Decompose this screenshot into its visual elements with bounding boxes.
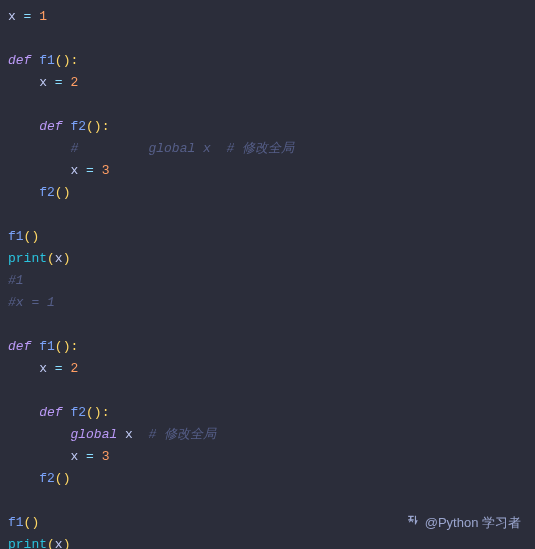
code-line-12: print(x) [8, 248, 527, 270]
code-line-13: #1 [8, 270, 527, 292]
paren-open: ( [47, 251, 55, 266]
function-call: f1 [8, 515, 24, 530]
code-line-blank [8, 94, 527, 116]
argument: x [55, 251, 63, 266]
code-line-9: f2() [8, 182, 527, 204]
variable: x [8, 9, 16, 24]
parentheses: (): [55, 53, 78, 68]
operator: = [78, 449, 101, 464]
function-name: f1 [39, 339, 55, 354]
keyword-def: def [8, 339, 39, 354]
number: 2 [70, 361, 78, 376]
code-line-21: x = 3 [8, 446, 527, 468]
function-call: f2 [39, 185, 55, 200]
parentheses: () [24, 515, 40, 530]
number: 3 [102, 163, 110, 178]
code-line-blank [8, 28, 527, 50]
code-line-14: #x = 1 [8, 292, 527, 314]
code-line-blank [8, 380, 527, 402]
comment: #x = 1 [8, 295, 55, 310]
code-line-4: x = 2 [8, 72, 527, 94]
code-line-17: x = 2 [8, 358, 527, 380]
operator: = [47, 75, 70, 90]
paren-close: ) [63, 537, 71, 549]
operator: = [47, 361, 70, 376]
watermark: @Python 学习者 [407, 512, 521, 535]
parentheses: (): [55, 339, 78, 354]
code-line-20: global x # 修改全局 [8, 424, 527, 446]
code-line-8: x = 3 [8, 160, 527, 182]
function-name: f1 [39, 53, 55, 68]
code-line-7: # global x # 修改全局 [8, 138, 527, 160]
comment: # global x # 修改全局 [70, 141, 294, 156]
builtin-function: print [8, 251, 47, 266]
code-line-11: f1() [8, 226, 527, 248]
variable: x [125, 427, 133, 442]
function-call: f2 [39, 471, 55, 486]
paren-close: ) [63, 251, 71, 266]
code-line-22: f2() [8, 468, 527, 490]
zhihu-icon [407, 513, 421, 535]
operator: = [16, 9, 39, 24]
code-line-blank [8, 314, 527, 336]
keyword-global: global [70, 427, 125, 442]
parentheses: (): [86, 405, 109, 420]
keyword-def: def [39, 119, 70, 134]
function-call: f1 [8, 229, 24, 244]
code-line-1: x = 1 [8, 6, 527, 28]
code-line-25: print(x) [8, 534, 527, 549]
code-line-16: def f1(): [8, 336, 527, 358]
number: 2 [70, 75, 78, 90]
variable: x [39, 361, 47, 376]
parentheses: () [55, 185, 71, 200]
parentheses: (): [86, 119, 109, 134]
function-name: f2 [70, 119, 86, 134]
paren-open: ( [47, 537, 55, 549]
operator: = [78, 163, 101, 178]
variable: x [39, 75, 47, 90]
builtin-function: print [8, 537, 47, 549]
code-line-6: def f2(): [8, 116, 527, 138]
number: 3 [102, 449, 110, 464]
code-line-blank [8, 490, 527, 512]
number: 1 [39, 9, 47, 24]
code-line-3: def f1(): [8, 50, 527, 72]
code-block: x = 1 def f1(): x = 2 def f2(): # global… [8, 6, 527, 549]
code-line-blank [8, 204, 527, 226]
parentheses: () [55, 471, 71, 486]
comment: #1 [8, 273, 24, 288]
keyword-def: def [8, 53, 39, 68]
parentheses: () [24, 229, 40, 244]
watermark-text: @Python 学习者 [425, 515, 521, 530]
argument: x [55, 537, 63, 549]
keyword-def: def [39, 405, 70, 420]
code-line-19: def f2(): [8, 402, 527, 424]
function-name: f2 [70, 405, 86, 420]
comment: # 修改全局 [133, 427, 216, 442]
